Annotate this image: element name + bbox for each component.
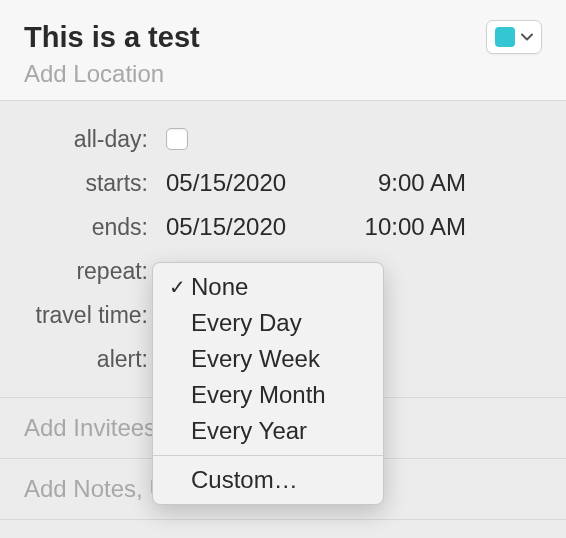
repeat-option-label: Every Year [191,417,307,445]
repeat-option-every-week[interactable]: Every Week [153,341,383,377]
ends-label: ends: [24,214,166,241]
starts-time[interactable]: 9:00 AM [336,169,466,197]
all-day-checkbox[interactable] [166,128,188,150]
event-title[interactable]: This is a test [24,21,200,54]
repeat-dropdown-menu: ✓ None Every Day Every Week Every Month … [152,262,384,505]
calendar-color-selector[interactable] [486,20,542,54]
location-field[interactable]: Add Location [24,60,542,88]
repeat-option-every-month[interactable]: Every Month [153,377,383,413]
ends-date[interactable]: 05/15/2020 [166,213,336,241]
menu-separator [153,455,383,456]
repeat-option-every-day[interactable]: Every Day [153,305,383,341]
repeat-option-label: Every Week [191,345,320,373]
repeat-option-label: Every Day [191,309,302,337]
travel-time-label: travel time: [24,302,166,329]
starts-date[interactable]: 05/15/2020 [166,169,336,197]
repeat-label: repeat: [24,258,166,285]
color-swatch-icon [495,27,515,47]
repeat-option-custom[interactable]: Custom… [153,462,383,498]
repeat-option-label: Every Month [191,381,326,409]
repeat-option-label: None [191,273,248,301]
ends-time[interactable]: 10:00 AM [336,213,466,241]
repeat-option-label: Custom… [191,466,298,494]
starts-label: starts: [24,170,166,197]
all-day-label: all-day: [24,126,166,153]
chevron-down-icon [521,31,533,43]
repeat-option-none[interactable]: ✓ None [153,269,383,305]
checkmark-icon: ✓ [163,275,191,299]
repeat-option-every-year[interactable]: Every Year [153,413,383,449]
alert-label: alert: [24,346,166,373]
